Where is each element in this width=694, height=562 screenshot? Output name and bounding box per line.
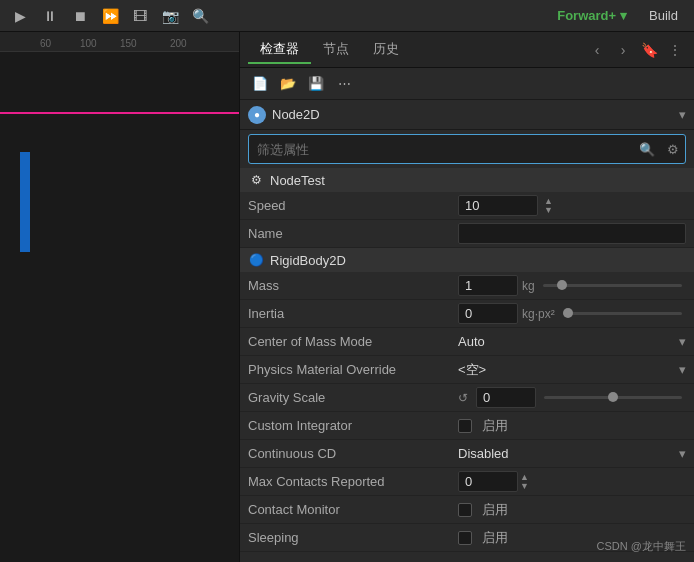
forward-button[interactable]: Forward+ ▾: [549, 6, 635, 25]
speed-label: Speed: [248, 198, 458, 213]
search-bar[interactable]: 🔍 ⚙: [248, 134, 686, 164]
prop-contact-monitor: Contact Monitor 启用: [240, 496, 694, 524]
sleeping-label: Sleeping: [248, 530, 458, 545]
contact-monitor-value: 启用: [458, 501, 686, 519]
ruler-mark-150: 150: [120, 38, 137, 49]
max-contacts-spinbox-arrows: ▲ ▼: [520, 473, 529, 491]
insp-more[interactable]: ⋯: [332, 72, 356, 96]
search-button[interactable]: 🔍: [188, 4, 212, 28]
continuous-cd-label: Continuous CD: [248, 446, 458, 461]
max-contacts-label: Max Contacts Reported: [248, 474, 458, 489]
mass-value-container: kg: [458, 275, 686, 296]
tab-icon-chevron-left[interactable]: ‹: [586, 39, 608, 61]
prop-center-of-mass-mode: Center of Mass Mode Auto ▾: [240, 328, 694, 356]
mass-label: Mass: [248, 278, 458, 293]
step-button[interactable]: ⏩: [98, 4, 122, 28]
max-contacts-input[interactable]: [458, 471, 518, 492]
gravity-slider[interactable]: [544, 396, 682, 399]
top-toolbar: ▶ ⏸ ⏹ ⏩ 🎞 📷 🔍 Forward+ ▾ Build: [0, 0, 694, 32]
prop-mass: Mass kg: [240, 272, 694, 300]
prop-inertia: Inertia kg·px²: [240, 300, 694, 328]
section-rigidbody2d: 🔵 RigidBody2D: [240, 248, 694, 272]
custom-integrator-value: 启用: [458, 417, 686, 435]
sleeping-enable-label: 启用: [482, 529, 508, 547]
section-nodetest: ⚙ NodeTest: [240, 168, 694, 192]
tab-icon-chevron-right[interactable]: ›: [612, 39, 634, 61]
name-label: Name: [248, 226, 458, 241]
search-input[interactable]: [249, 142, 633, 157]
inspector-tabs: 检查器 节点 历史 ‹ › 🔖 ⋮: [240, 32, 694, 68]
physics-material-arrow: ▾: [679, 362, 686, 377]
inertia-value-container: kg·px²: [458, 303, 686, 324]
ruler-mark-60: 60: [40, 38, 51, 49]
ruler-mark-200: 200: [170, 38, 187, 49]
inertia-slider[interactable]: [563, 312, 682, 315]
mass-input[interactable]: [458, 275, 518, 296]
contact-monitor-enable-label: 启用: [482, 501, 508, 519]
node2d-icon: ●: [248, 106, 266, 124]
rigidbody-label: RigidBody2D: [270, 253, 346, 268]
com-mode-label: Center of Mass Mode: [248, 334, 458, 349]
insp-save-file[interactable]: 💾: [304, 72, 328, 96]
contact-monitor-label: Contact Monitor: [248, 502, 458, 517]
sleeping-checkbox[interactable]: [458, 531, 472, 545]
prop-custom-integrator: Custom Integrator 启用: [240, 412, 694, 440]
pink-line: [0, 112, 239, 114]
physics-material-value: <空>: [458, 361, 675, 379]
max-contacts-spin-down[interactable]: ▼: [520, 482, 529, 491]
com-mode-value: Auto: [458, 334, 675, 349]
node-selector[interactable]: ● Node2D ▾: [240, 100, 694, 130]
custom-integrator-enable-label: 启用: [482, 417, 508, 435]
contact-monitor-checkbox[interactable]: [458, 503, 472, 517]
filter-icon[interactable]: ⚙: [661, 142, 685, 157]
movie-button[interactable]: 🎞: [128, 4, 152, 28]
inertia-unit: kg·px²: [522, 307, 555, 321]
properties-content: ⚙ NodeTest Speed ▲ ▼ Name: [240, 168, 694, 562]
com-mode-arrow: ▾: [679, 334, 686, 349]
continuous-cd-dropdown[interactable]: Disabled ▾: [458, 446, 686, 461]
blue-rect: [20, 152, 30, 252]
prop-max-contacts: Max Contacts Reported ▲ ▼: [240, 468, 694, 496]
com-mode-dropdown[interactable]: Auto ▾: [458, 334, 686, 349]
gravity-reset-icon[interactable]: ↺: [458, 391, 468, 405]
camera-button[interactable]: 📷: [158, 4, 182, 28]
watermark: CSDN @龙中舞王: [597, 539, 686, 554]
inertia-input[interactable]: [458, 303, 518, 324]
name-input[interactable]: [458, 223, 686, 244]
ruler-mark-100: 100: [80, 38, 97, 49]
max-contacts-value-container: ▲ ▼: [458, 471, 686, 492]
speed-input[interactable]: [458, 195, 538, 216]
left-panel: ⛶ 60 100 150 200 1 Bulid一下: [0, 32, 240, 562]
inspector-toolbar: 📄 📂 💾 ⋯: [240, 68, 694, 100]
tab-history[interactable]: 历史: [361, 36, 411, 64]
mass-unit: kg: [522, 279, 535, 293]
gravity-scale-input[interactable]: [476, 387, 536, 408]
pause-button[interactable]: ⏸: [38, 4, 62, 28]
gravity-scale-value-container: ↺: [458, 387, 686, 408]
build-button[interactable]: Build: [641, 6, 686, 25]
node-dropdown-arrow[interactable]: ▾: [679, 107, 686, 122]
play-button[interactable]: ▶: [8, 4, 32, 28]
prop-gravity-scale: Gravity Scale ↺: [240, 384, 694, 412]
tab-more-options[interactable]: ⋮: [664, 39, 686, 61]
speed-spinbox-arrows: ▲ ▼: [544, 197, 553, 215]
tab-icon-bookmark[interactable]: 🔖: [638, 39, 660, 61]
custom-integrator-checkbox[interactable]: [458, 419, 472, 433]
insp-open-file[interactable]: 📂: [276, 72, 300, 96]
gravity-scale-label: Gravity Scale: [248, 390, 458, 405]
inertia-label: Inertia: [248, 306, 458, 321]
insp-new-file[interactable]: 📄: [248, 72, 272, 96]
tab-node[interactable]: 节点: [311, 36, 361, 64]
ruler: 60 100 150 200: [0, 32, 239, 52]
speed-spin-down[interactable]: ▼: [544, 206, 553, 215]
mass-slider[interactable]: [543, 284, 682, 287]
physics-material-dropdown[interactable]: <空> ▾: [458, 361, 686, 379]
forward-dropdown-icon[interactable]: ▾: [620, 8, 627, 23]
right-panel: 检查器 节点 历史 ‹ › 🔖 ⋮ 📄 📂 💾 ⋯ ● Node2D ▾: [240, 32, 694, 562]
continuous-cd-arrow: ▾: [679, 446, 686, 461]
main-layout: ⛶ 60 100 150 200 1 Bulid一下: [0, 32, 694, 562]
custom-integrator-label: Custom Integrator: [248, 418, 458, 433]
continuous-cd-value: Disabled: [458, 446, 675, 461]
tab-inspector[interactable]: 检查器: [248, 36, 311, 64]
stop-button[interactable]: ⏹: [68, 4, 92, 28]
